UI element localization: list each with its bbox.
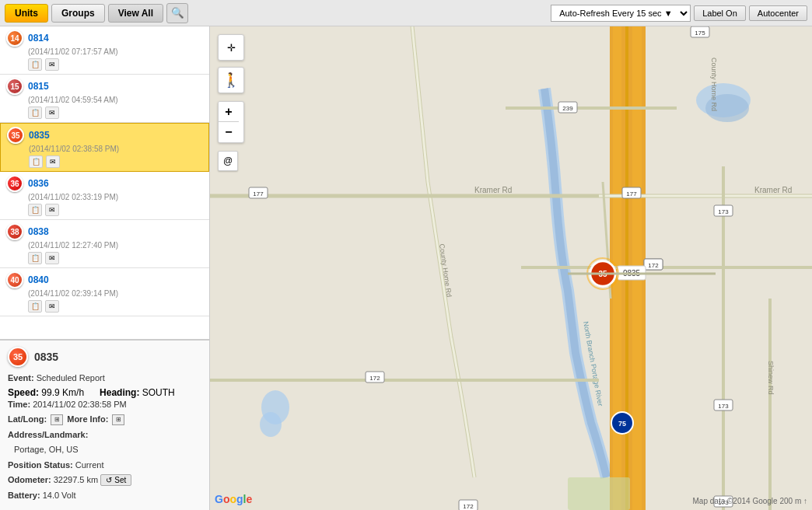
detail-panel: 35 0835 Event: Scheduled Report Speed: 9… xyxy=(0,340,209,510)
unit-report-icon-0814[interactable]: 📋 xyxy=(28,58,42,71)
left-panel: 14 0814 (2014/11/02 07:17:57 AM) 📋 ✉ 15 … xyxy=(0,26,210,510)
detail-address-value: Portage, OH, US xyxy=(14,445,79,454)
detail-badge: 35 xyxy=(8,347,28,367)
refresh-select[interactable]: Auto-Refresh Every 15 sec ▼ Auto-Refresh… xyxy=(551,5,691,22)
search-icon: 🔍 xyxy=(171,7,184,19)
unit-report-icon-0840[interactable]: 📋 xyxy=(28,300,42,313)
unit-icons-0838: 📋 ✉ xyxy=(28,252,206,264)
detail-battery-label: Battery: xyxy=(8,491,40,500)
detail-moreinfo-label: More Info: xyxy=(67,414,108,424)
detail-speed-cell: Speed: 99.9 Km/h xyxy=(8,387,84,398)
zoom-out-button[interactable]: − xyxy=(219,122,239,142)
unit-mail-icon-0838[interactable]: ✉ xyxy=(45,252,59,264)
detail-heading-cell: Heading: SOUTH xyxy=(100,387,175,398)
detail-unit-name: 0835 xyxy=(34,351,58,363)
detail-address-value-row: Portage, OH, US xyxy=(8,443,201,456)
unit-badge-15: 15 xyxy=(6,78,23,95)
unit-mail-icon-0814[interactable]: ✉ xyxy=(45,58,59,71)
unit-badge-35: 35 xyxy=(7,127,24,144)
map-svg: North Branch Portage River 75 County Hom… xyxy=(210,26,812,510)
svg-text:Kramer Rd: Kramer Rd xyxy=(754,186,792,194)
detail-header: 35 0835 xyxy=(8,347,201,367)
person-icon: 🚶 xyxy=(222,72,240,89)
detail-event-value: Scheduled Report xyxy=(37,373,105,382)
unit-item-0814[interactable]: 14 0814 (2014/11/02 07:17:57 AM) 📋 ✉ xyxy=(0,26,209,75)
detail-event-label: Event: xyxy=(8,373,34,382)
detail-address-row: Address/Landmark: xyxy=(8,428,201,442)
map-area[interactable]: North Branch Portage River 75 County Hom… xyxy=(210,26,812,510)
detail-latlng-label: Lat/Long: xyxy=(8,414,47,424)
svg-text:75: 75 xyxy=(618,420,626,428)
map-footer-text: Map data ©2014 Google 200 m ↑ xyxy=(693,497,807,505)
detail-odometer-value: 32297.5 km xyxy=(54,475,98,484)
unit-time-0840: (2014/11/02 02:39:14 PM) xyxy=(28,289,206,298)
tab-units[interactable]: Units xyxy=(5,4,48,23)
autocenter-button[interactable]: Autocenter xyxy=(749,5,807,21)
svg-text:173: 173 xyxy=(718,403,729,410)
map-controls: ✛ 🚶 + − @ xyxy=(218,34,244,171)
detail-latlng-row: Lat/Long: ⊞ More Info: ⊞ xyxy=(8,413,201,426)
unit-badge-14: 14 xyxy=(6,30,23,47)
svg-text:172: 172 xyxy=(369,375,380,382)
detail-heading-value: SOUTH xyxy=(142,387,175,398)
svg-text:Shinew Rd: Shinew Rd xyxy=(767,361,775,395)
unit-time-0838: (2014/11/02 12:27:40 PM) xyxy=(28,241,206,250)
tab-view-all[interactable]: View All xyxy=(108,4,163,23)
locate-button[interactable]: @ xyxy=(218,151,238,171)
unit-name-0838: 0838 xyxy=(28,226,49,237)
detail-position-label: Position Status: xyxy=(8,460,73,470)
detail-time-value: 2014/11/02 02:38:58 PM xyxy=(33,400,126,409)
unit-item-0840[interactable]: 40 0840 (2014/11/02 02:39:14 PM) 📋 ✉ xyxy=(0,268,209,316)
unit-badge-40: 40 xyxy=(6,271,23,288)
unit-icons-0815: 📋 ✉ xyxy=(28,107,206,119)
detail-odometer-row: Odometer: 32297.5 km ↺ Set xyxy=(8,473,201,487)
detail-latlng-icon[interactable]: ⊞ xyxy=(51,414,63,425)
unit-mail-icon-0836[interactable]: ✉ xyxy=(45,204,59,216)
pan-control[interactable]: ✛ xyxy=(218,34,244,61)
unit-time-0814: (2014/11/02 07:17:57 AM) xyxy=(28,47,206,56)
svg-text:239: 239 xyxy=(562,105,573,112)
set-icon: ↺ xyxy=(106,476,112,484)
zoom-in-button[interactable]: + xyxy=(219,102,239,122)
unit-name-0814: 0814 xyxy=(28,33,49,44)
search-button[interactable]: 🔍 xyxy=(166,3,188,23)
unit-name-0836: 0836 xyxy=(28,178,49,189)
unit-list: 14 0814 (2014/11/02 07:17:57 AM) 📋 ✉ 15 … xyxy=(0,26,209,340)
unit-name-0840: 0840 xyxy=(28,274,49,285)
unit-item-0815[interactable]: 15 0815 (2014/11/02 04:59:54 AM) 📋 ✉ xyxy=(0,75,209,123)
unit-name-0835: 0835 xyxy=(29,130,50,141)
unit-report-icon-0815[interactable]: 📋 xyxy=(28,107,42,119)
top-bar: Units Groups View All 🔍 Auto-Refresh Eve… xyxy=(0,0,812,26)
unit-time-0836: (2014/11/02 02:33:19 PM) xyxy=(28,193,206,201)
unit-mail-icon-0815[interactable]: ✉ xyxy=(45,107,59,119)
detail-address-label: Address/Landmark: xyxy=(8,430,88,439)
svg-text:172: 172 xyxy=(463,503,474,510)
svg-text:Kramer Rd: Kramer Rd xyxy=(474,186,512,194)
tab-groups[interactable]: Groups xyxy=(51,4,105,23)
svg-text:177: 177 xyxy=(626,190,637,197)
detail-moreinfo-icon[interactable]: ⊞ xyxy=(112,414,124,425)
label-button[interactable]: Label On xyxy=(694,5,746,21)
unit-report-icon-0835[interactable]: 📋 xyxy=(29,155,43,168)
unit-report-icon-0838[interactable]: 📋 xyxy=(28,252,42,264)
unit-report-icon-0836[interactable]: 📋 xyxy=(28,204,42,216)
unit-icons-0840: 📋 ✉ xyxy=(28,300,206,313)
svg-point-4 xyxy=(260,412,282,437)
unit-time-0835: (2014/11/02 02:38:58 PM) xyxy=(29,145,205,153)
detail-event-row: Event: Scheduled Report xyxy=(8,372,201,385)
zoom-controls: + − xyxy=(218,101,244,143)
set-odometer-button[interactable]: ↺ Set xyxy=(100,474,131,486)
unit-time-0815: (2014/11/02 04:59:54 AM) xyxy=(28,96,206,104)
pegman-button[interactable]: 🚶 xyxy=(218,67,244,93)
unit-mail-icon-0840[interactable]: ✉ xyxy=(45,300,59,313)
svg-text:175: 175 xyxy=(695,30,705,37)
svg-rect-56 xyxy=(568,477,630,510)
detail-time-row: Time: 2014/11/02 02:38:58 PM xyxy=(8,398,201,411)
unit-mail-icon-0835[interactable]: ✉ xyxy=(46,155,60,168)
unit-item-0838[interactable]: 38 0838 (2014/11/02 12:27:40 PM) 📋 ✉ xyxy=(0,220,209,268)
unit-item-0835[interactable]: 35 0835 (2014/11/02 02:38:58 PM) 📋 ✉ xyxy=(0,123,209,172)
detail-time-label: Time: xyxy=(8,400,30,409)
unit-badge-38: 38 xyxy=(6,223,23,240)
detail-position-row: Position Status: Current xyxy=(8,459,201,472)
unit-item-0836[interactable]: 36 0836 (2014/11/02 02:33:19 PM) 📋 ✉ xyxy=(0,172,209,220)
